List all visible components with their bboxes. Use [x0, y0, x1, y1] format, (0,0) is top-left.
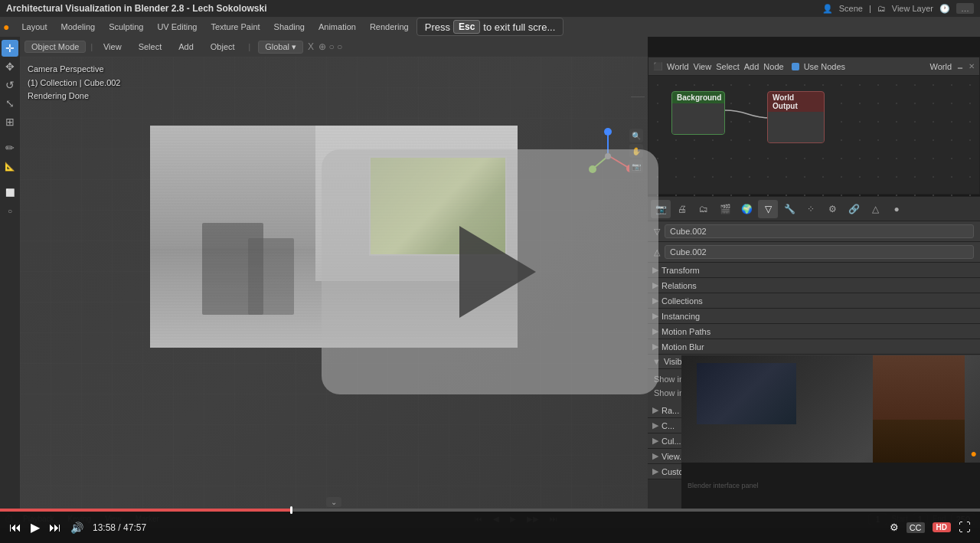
tab-separator: +	[527, 21, 532, 32]
prop-world-icon[interactable]: 🌍	[737, 200, 756, 218]
cust-label: Cul...	[662, 437, 681, 446]
skip-start-btn[interactable]: ⏮	[9, 521, 21, 535]
prop-constraints-icon[interactable]: 🔗	[844, 200, 864, 218]
tab-texture[interactable]: Texture Paint	[204, 21, 266, 33]
viewport-right-tools	[631, 95, 645, 99]
progress-ticks	[0, 509, 980, 512]
object-mode-dropdown[interactable]: Object Mode	[24, 41, 86, 53]
tool-add-cube[interactable]: ⬜	[2, 184, 18, 201]
zoom-icon[interactable]: 🔍	[629, 129, 643, 142]
props-icon-bar: 📷 🖨 🗂 🎬 🌍 ▽ 🔧 ⁘ ⚙ 🔗 △ ●	[648, 197, 980, 221]
gizmo-icons: ⊕ ○ ○	[318, 41, 342, 52]
tab-layout[interactable]: Layout	[15, 21, 53, 33]
tool-transform[interactable]: ⊞	[2, 113, 18, 130]
mini-screen	[697, 363, 796, 424]
prop-scene-icon[interactable]: 🎬	[715, 200, 735, 218]
tab-scripting[interactable]: Scripting	[477, 21, 522, 33]
view-layer-name: View Layer	[892, 4, 933, 13]
motion-blur-label: Motion Blur	[662, 342, 704, 352]
tool-add-circle[interactable]: ○	[2, 202, 18, 219]
motion-paths-section[interactable]: ▶ Motion Paths	[648, 324, 980, 339]
transform-global[interactable]: Global ▾	[258, 41, 303, 54]
fullscreen-btn[interactable]: ⛶	[959, 521, 971, 535]
view-layer-label: 🗂	[877, 4, 886, 13]
node-btn[interactable]: Node	[763, 62, 783, 71]
node-background[interactable]: Background	[671, 91, 725, 135]
prop-object-icon[interactable]: ▽	[758, 200, 778, 218]
data-name-field[interactable]: Cube.002	[665, 245, 974, 259]
object-name-field[interactable]: Cube.002	[665, 224, 974, 238]
tab-sculpting[interactable]: Sculpting	[103, 21, 149, 33]
window-title: Architectural Visualization in Blender 2…	[6, 3, 822, 14]
select-btn[interactable]: Select	[716, 62, 740, 71]
tool-scale[interactable]: ⤡	[2, 95, 18, 112]
instancing-section[interactable]: ▶ Instancing	[648, 309, 980, 324]
collections-section[interactable]: ▶ Collections	[648, 293, 980, 309]
use-nodes-cb[interactable]	[792, 63, 799, 70]
tool-move[interactable]: ✥	[2, 58, 18, 75]
tab-shading[interactable]: Shading	[268, 21, 311, 33]
world-btn[interactable]: World	[667, 62, 689, 71]
tool-annotate[interactable]: ✏	[2, 139, 18, 156]
play-button-triangle[interactable]	[459, 226, 536, 318]
tab-modeling[interactable]: Modeling	[55, 21, 102, 33]
object-menu[interactable]: Object	[204, 41, 241, 53]
prop-data-icon[interactable]: △	[865, 200, 885, 218]
sound-btn[interactable]: 🔊	[70, 522, 83, 534]
scene-name: Scene	[839, 4, 863, 13]
tab-uv[interactable]: UV Editing	[151, 21, 203, 33]
minimize-icon[interactable]: 🗕	[956, 62, 964, 70]
youtube-overlay-bg[interactable]	[322, 149, 658, 394]
tool-measure[interactable]: 📐	[2, 158, 18, 175]
view2-arrow: ▶	[652, 451, 658, 461]
add-btn[interactable]: Add	[744, 62, 760, 71]
tab-rendering[interactable]: Rendering	[364, 21, 415, 33]
view-menu[interactable]: View	[97, 41, 128, 53]
node-editor[interactable]: ⬛ World View Select Add Node Use Nodes W…	[648, 57, 980, 195]
collections-label: Collections	[662, 296, 703, 306]
hd-badge[interactable]: HD	[933, 522, 951, 532]
mini-preview: ● Blender interface panel	[681, 355, 980, 509]
view-btn[interactable]: View	[694, 62, 712, 71]
gizmo-x: X	[308, 41, 314, 52]
play-overlay[interactable]	[322, 149, 658, 394]
left-toolbar: ✛ ✥ ↺ ⤡ ⊞ ✏ 📐 ⬜ ○	[0, 37, 20, 512]
scene-btn[interactable]: …	[956, 3, 974, 14]
play-pause-btn[interactable]: ▶	[31, 520, 40, 535]
skip-end-btn[interactable]: ⏭	[49, 521, 61, 535]
title-bar: Architectural Visualization in Blender 2…	[0, 0, 980, 17]
render-figure2	[248, 238, 294, 315]
node-bg-body	[672, 103, 724, 134]
select-menu[interactable]: Select	[132, 41, 168, 53]
node-out-body	[768, 112, 824, 142]
prop-output-icon[interactable]: 🖨	[672, 200, 692, 218]
node-world-output[interactable]: World Output	[767, 91, 825, 143]
tool-cursor[interactable]: ✛	[2, 40, 18, 57]
cust-arrow: ▶	[652, 436, 658, 446]
tab-animation[interactable]: Animation	[312, 21, 362, 33]
progress-bar[interactable]	[0, 509, 980, 512]
prop-material-icon[interactable]: ●	[887, 200, 906, 218]
presenter-body	[873, 420, 965, 463]
object-name-row: ▽ Cube.002	[648, 221, 980, 242]
prop-physics-icon[interactable]: ⚙	[822, 200, 842, 218]
prop-modifier-icon[interactable]: 🔧	[779, 200, 799, 218]
viewport-bottom-toggle[interactable]: ⌄	[326, 497, 341, 507]
tab-compositing[interactable]: Compositing	[416, 21, 475, 33]
world-dropdown[interactable]: World	[929, 62, 952, 71]
title-right: 👤 Scene | 🗂 View Layer 🕐 …	[822, 3, 974, 14]
mini-panel-text: Blender interface panel	[688, 482, 759, 489]
time-display: 13:58 / 47:57	[93, 522, 146, 533]
mini-blender-logo: ●	[971, 447, 977, 460]
prop-view-layer-icon[interactable]: 🗂	[694, 200, 714, 218]
motion-blur-section[interactable]: ▶ Motion Blur	[648, 339, 980, 355]
close-icon[interactable]: ✕	[969, 62, 975, 70]
tool-rotate[interactable]: ↺	[2, 77, 18, 93]
cc-btn[interactable]: CC	[906, 522, 925, 533]
relations-section[interactable]: ▶ Relations	[648, 278, 980, 293]
add-menu[interactable]: Add	[172, 41, 200, 53]
settings-btn[interactable]: ⚙	[890, 522, 899, 533]
transform-section[interactable]: ▶ Transform	[648, 263, 980, 278]
prop-particles-icon[interactable]: ⁘	[801, 200, 821, 218]
separator: |	[869, 4, 871, 13]
